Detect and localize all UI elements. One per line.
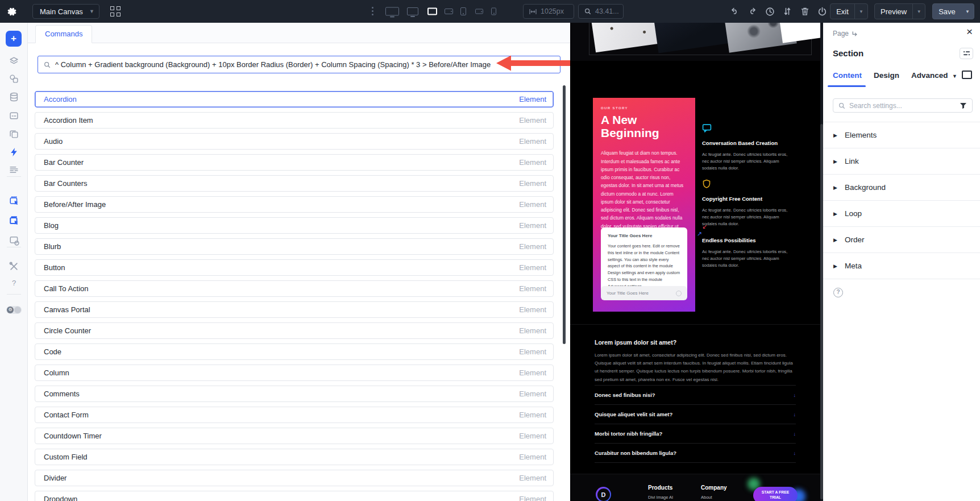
breadcrumb[interactable]: Page bbox=[833, 30, 858, 38]
footer-link[interactable]: About bbox=[701, 495, 727, 500]
settings-toggle[interactable]: ⚙ bbox=[6, 306, 22, 314]
device-desktop-button[interactable] bbox=[407, 0, 420, 23]
settings-section-row[interactable]: ▶ Meta bbox=[823, 253, 980, 279]
filter-funnel-icon[interactable] bbox=[960, 102, 967, 109]
command-result-row[interactable]: Call To Action Element bbox=[35, 280, 554, 297]
command-result-type-badge: Element bbox=[519, 263, 546, 272]
command-result-row[interactable]: Contact Form Element bbox=[35, 407, 554, 423]
canvas-width-field[interactable]: 1025px bbox=[523, 4, 574, 19]
command-result-row[interactable]: Bar Counter Element bbox=[35, 154, 554, 171]
help-icon[interactable]: ? bbox=[9, 279, 19, 288]
collapse-triangle-icon: ▶ bbox=[833, 185, 837, 191]
command-result-row[interactable]: Canvas Portal Element bbox=[35, 301, 554, 318]
preview-hero-section[interactable] bbox=[570, 23, 820, 61]
window-options-icon[interactable] bbox=[9, 235, 19, 245]
command-result-row[interactable]: Code Element bbox=[35, 343, 554, 360]
settings-section-row[interactable]: ▶ Link bbox=[823, 148, 980, 175]
command-result-row[interactable]: Audio Element bbox=[35, 133, 554, 150]
insert-module-icon[interactable] bbox=[9, 196, 19, 205]
outline-list-icon[interactable] bbox=[9, 165, 19, 175]
command-result-row[interactable]: Bar Counters Element bbox=[35, 175, 554, 192]
save-chevron-icon[interactable]: ▼ bbox=[961, 4, 974, 19]
command-result-row[interactable]: Divider Element bbox=[35, 470, 554, 486]
breadcrumb-page-label[interactable]: Page bbox=[833, 30, 849, 38]
command-result-row[interactable]: Accordion Element bbox=[35, 91, 554, 107]
responsive-view-icon[interactable] bbox=[962, 71, 972, 79]
preview-scrollbar-thumb[interactable] bbox=[820, 124, 823, 499]
device-tablet-portrait-button[interactable] bbox=[460, 0, 467, 23]
preview-chevron-icon[interactable]: ▼ bbox=[912, 4, 925, 19]
faq-question-row[interactable]: Curabitur non bibendum ligula? ↓ bbox=[595, 444, 796, 463]
device-phone-landscape-button[interactable] bbox=[475, 0, 484, 23]
preview-faq-section[interactable]: Lorem ipsum dolor sit amet? Lorem ipsum … bbox=[570, 324, 820, 474]
settings-section-row[interactable]: ▶ Order bbox=[823, 227, 980, 253]
tabs-chevron-down-icon[interactable]: ▼ bbox=[952, 73, 957, 79]
redo-icon[interactable] bbox=[748, 7, 757, 16]
accordion-item-open[interactable]: Your Title Goes Here Your content goes h… bbox=[601, 227, 687, 296]
command-input[interactable]: ^ Column + Gradient background (Backgrou… bbox=[38, 56, 560, 73]
canvas-menu-dots-icon[interactable] bbox=[372, 7, 373, 17]
tab-design[interactable]: Design bbox=[874, 71, 899, 80]
help-circle-icon[interactable]: ? bbox=[833, 288, 843, 297]
copy-pages-icon[interactable] bbox=[9, 129, 19, 139]
command-result-row[interactable]: Comments Element bbox=[35, 386, 554, 402]
preview-button[interactable]: Preview ▼ bbox=[874, 3, 925, 19]
command-result-type-badge: Element bbox=[519, 326, 546, 335]
settings-section-row[interactable]: ▶ Loop bbox=[823, 201, 980, 227]
preview-features-section[interactable]: OUR STORY A New Beginning Aliquam feugia… bbox=[570, 61, 820, 324]
tab-commands[interactable]: Commands bbox=[35, 25, 92, 43]
layers-icon[interactable] bbox=[9, 56, 19, 66]
settings-search-input[interactable]: Search settings... bbox=[833, 98, 973, 113]
page-preview-canvas[interactable]: OUR STORY A New Beginning Aliquam feugia… bbox=[570, 23, 820, 501]
card-icon[interactable] bbox=[9, 111, 19, 121]
faq-question-row[interactable]: Donec sed finibus nisi? ↓ bbox=[595, 386, 796, 405]
builder-settings-gear-icon[interactable] bbox=[7, 6, 17, 16]
close-icon[interactable]: × bbox=[966, 26, 973, 37]
save-button[interactable]: Save ▼ bbox=[932, 3, 974, 19]
history-icon[interactable] bbox=[765, 7, 775, 16]
cta-start-trial-button[interactable]: START A FREE TRIAL bbox=[753, 487, 798, 501]
faq-question-row[interactable]: Quisque aliquet velit sit amet? ↓ bbox=[595, 405, 796, 424]
shapes-icon[interactable] bbox=[9, 74, 19, 84]
command-result-row[interactable]: Before/After Image Element bbox=[35, 196, 554, 213]
undo-icon[interactable] bbox=[730, 7, 740, 16]
preview-label: Preview bbox=[875, 7, 912, 16]
tools-icon[interactable] bbox=[9, 262, 19, 271]
device-zoomed-desktop-button-active[interactable] bbox=[427, 0, 438, 23]
command-result-row[interactable]: Blurb Element bbox=[35, 238, 554, 255]
preview-footer-section[interactable]: D Divi AI Products Divi Image AIDivi Tex… bbox=[570, 474, 820, 501]
command-result-row[interactable]: Custom Field Element bbox=[35, 449, 554, 465]
dashboard-grid-icon[interactable] bbox=[110, 6, 121, 16]
footer-link[interactable]: Divi Image AI bbox=[648, 495, 673, 500]
insert-module-alt-icon[interactable] bbox=[9, 216, 19, 225]
command-result-row[interactable]: Countdown Timer Element bbox=[35, 428, 554, 444]
faq-question-row[interactable]: Morbi tortor nibh fringilla? ↓ bbox=[595, 424, 796, 444]
power-icon[interactable] bbox=[817, 7, 827, 16]
command-result-row[interactable]: Accordion Item Element bbox=[35, 112, 554, 129]
preview-scrollbar[interactable] bbox=[820, 23, 823, 501]
canvas-zoom-field[interactable]: 43.41... bbox=[578, 4, 624, 19]
lightning-icon[interactable] bbox=[9, 147, 19, 157]
settings-section-row[interactable]: ▶ Elements bbox=[823, 122, 980, 148]
trash-icon[interactable] bbox=[800, 7, 809, 16]
commands-list-scrollbar[interactable] bbox=[563, 85, 566, 344]
device-phone-portrait-button[interactable] bbox=[491, 0, 497, 23]
extend-styles-button[interactable] bbox=[960, 48, 973, 59]
settings-section-row[interactable]: ▶ Background bbox=[823, 175, 980, 201]
accordion-item-closed[interactable]: Your Title Goes Here bbox=[601, 286, 687, 300]
device-tablet-landscape-button[interactable] bbox=[445, 0, 454, 23]
command-result-row[interactable]: Dropdown Element bbox=[35, 491, 554, 501]
add-module-button[interactable]: + bbox=[6, 31, 22, 47]
tab-advanced[interactable]: Advanced bbox=[911, 71, 948, 80]
portability-icon[interactable] bbox=[783, 7, 792, 16]
tab-content[interactable]: Content bbox=[833, 71, 862, 80]
device-desktop-large-button[interactable] bbox=[385, 0, 400, 23]
command-result-row[interactable]: Circle Counter Element bbox=[35, 322, 554, 339]
command-result-row[interactable]: Blog Element bbox=[35, 217, 554, 234]
exit-chevron-icon[interactable]: ▼ bbox=[854, 4, 867, 19]
command-result-row[interactable]: Column Element bbox=[35, 365, 554, 381]
command-result-row[interactable]: Button Element bbox=[35, 259, 554, 276]
exit-button[interactable]: Exit ▼ bbox=[830, 3, 868, 19]
database-icon[interactable] bbox=[9, 92, 19, 102]
canvas-selector-dropdown[interactable]: Main Canvas ▼ bbox=[32, 4, 99, 19]
